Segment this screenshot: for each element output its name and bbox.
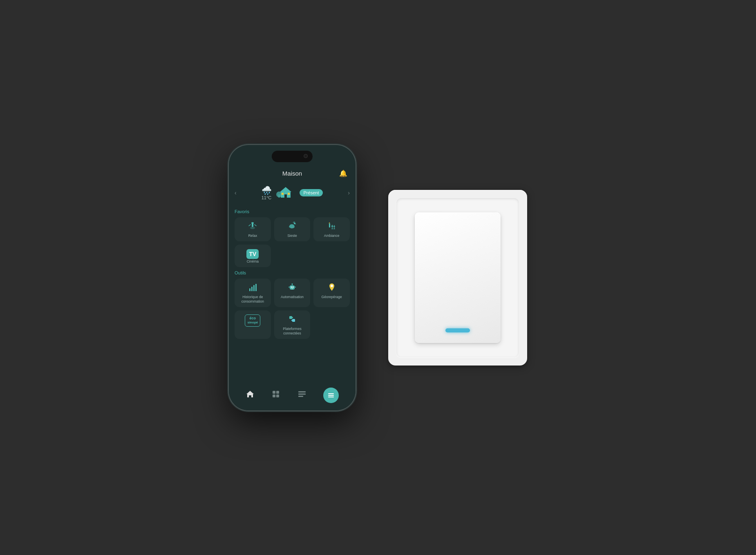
svg-rect-35: [276, 391, 279, 394]
switch-plate: [396, 198, 519, 357]
tile-plateformes[interactable]: Plateformes connectées: [274, 310, 311, 339]
relax-label: Relax: [248, 234, 257, 238]
weather-icon: 🌧️: [262, 185, 272, 195]
notification-icon[interactable]: 🔔: [339, 169, 347, 177]
tile-cinema[interactable]: TV Cinéma: [235, 245, 271, 267]
svg-rect-29: [295, 287, 296, 288]
svg-rect-4: [284, 194, 287, 198]
svg-rect-36: [273, 395, 275, 397]
app-title: Maison: [245, 170, 339, 177]
svg-marker-2: [280, 187, 291, 192]
georeperage-label: Géorepérage: [322, 295, 342, 299]
light-switch-device: [388, 190, 527, 366]
svg-rect-34: [273, 391, 275, 394]
nav-scenes-icon[interactable]: [297, 390, 306, 401]
tools-grid-row2: éco sinopé: [235, 310, 350, 339]
weather-bar: ‹ 🌧️ 11°C: [229, 181, 356, 206]
svg-rect-5: [282, 193, 284, 195]
tile-ambiance[interactable]: Ambiance: [313, 217, 350, 241]
svg-rect-1: [278, 194, 280, 198]
relax-icon: [248, 221, 257, 232]
ecosinope-icon: éco sinopé: [245, 314, 260, 327]
svg-rect-17: [333, 229, 335, 229]
svg-rect-16: [334, 227, 334, 229]
svg-point-26: [291, 283, 293, 285]
tile-historique[interactable]: Historique de consommation: [235, 279, 271, 307]
svg-rect-39: [298, 394, 306, 395]
svg-rect-21: [255, 284, 257, 291]
svg-rect-38: [298, 391, 306, 392]
svg-rect-28: [289, 287, 290, 288]
tile-automatisation[interactable]: Automatisation: [274, 279, 311, 307]
nav-menu-button[interactable]: [323, 388, 339, 403]
tools-label: Outils: [235, 270, 350, 275]
bottom-navigation: [229, 383, 356, 410]
sieste-label: Sieste: [287, 234, 297, 238]
sieste-icon: [288, 221, 297, 232]
historique-label: Historique de consommation: [237, 295, 268, 304]
svg-point-9: [251, 222, 254, 224]
automatisation-icon: [288, 283, 297, 293]
svg-rect-37: [276, 395, 279, 397]
svg-rect-43: [328, 397, 334, 397]
weather-center: 🌧️ 11°C: [262, 184, 323, 202]
cinema-icon: TV: [246, 249, 259, 258]
svg-rect-31: [289, 316, 292, 319]
prev-arrow[interactable]: ‹: [235, 189, 237, 196]
phone-device: Maison 🔔 ‹ 🌧️ 11°C: [229, 145, 356, 410]
temperature: 11°C: [262, 195, 272, 200]
svg-rect-20: [253, 285, 255, 291]
house-icon: [276, 184, 295, 202]
svg-rect-14: [332, 227, 332, 229]
tile-georeperage[interactable]: Géorepérage: [313, 279, 350, 307]
nav-grid-icon[interactable]: [271, 390, 280, 401]
weather-info: 🌧️ 11°C: [262, 185, 272, 200]
app-content: Favoris Relax: [229, 206, 356, 383]
app-header: Maison 🔔: [229, 145, 356, 181]
svg-point-23: [291, 286, 292, 288]
next-arrow[interactable]: ›: [348, 189, 350, 196]
tile-sieste[interactable]: Sieste: [274, 217, 311, 241]
cinema-row: TV Cinéma: [235, 245, 350, 267]
status-badge[interactable]: Présent: [300, 189, 323, 196]
historique-icon: [248, 283, 257, 293]
svg-point-24: [292, 286, 293, 288]
svg-marker-33: [246, 391, 254, 397]
svg-rect-13: [329, 223, 330, 227]
svg-rect-41: [328, 393, 334, 394]
tools-grid-row1: Historique de consommation: [235, 279, 350, 307]
svg-rect-19: [251, 287, 253, 291]
ambiance-label: Ambiance: [324, 234, 340, 238]
favorites-grid: Relax Sieste: [235, 217, 350, 241]
svg-point-30: [331, 285, 333, 287]
svg-rect-40: [298, 396, 303, 397]
tile-relax[interactable]: Relax: [235, 217, 271, 241]
georeperage-icon: [327, 283, 336, 293]
phone-screen: Maison 🔔 ‹ 🌧️ 11°C: [229, 145, 356, 410]
svg-rect-42: [328, 395, 334, 396]
svg-rect-32: [292, 319, 295, 322]
rocker-switch[interactable]: [415, 212, 501, 343]
svg-rect-6: [288, 193, 290, 195]
plateformes-icon: [288, 314, 297, 325]
favorites-label: Favoris: [235, 209, 350, 214]
svg-line-11: [255, 225, 256, 226]
indicator-light: [445, 328, 470, 332]
cinema-label: Cinéma: [247, 259, 259, 264]
svg-rect-15: [331, 229, 333, 229]
ambiance-icon: [327, 221, 336, 232]
svg-point-27: [291, 288, 293, 289]
tile-ecosinope[interactable]: éco sinopé: [235, 310, 271, 339]
automatisation-label: Automatisation: [281, 295, 304, 299]
plateformes-label: Plateformes connectées: [277, 327, 308, 336]
main-scene: Maison 🔔 ‹ 🌧️ 11°C: [229, 145, 527, 410]
nav-home-icon[interactable]: [246, 390, 255, 401]
svg-rect-18: [249, 288, 251, 291]
svg-line-10: [249, 225, 251, 226]
